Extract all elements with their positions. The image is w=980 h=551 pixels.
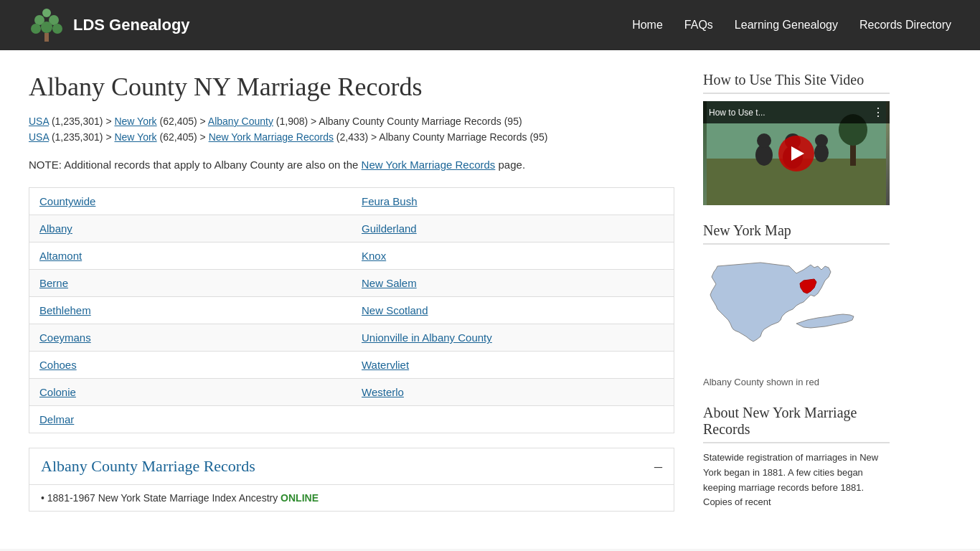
section-toggle-button[interactable]: –: [654, 457, 662, 476]
section-title: Albany County Marriage Records: [41, 457, 255, 476]
svg-point-3: [31, 24, 41, 34]
svg-marker-18: [710, 263, 831, 342]
sub-list-text: • 1881-1967 New York State Marriage Inde…: [41, 492, 281, 504]
link-feura-bush[interactable]: Feura Bush: [362, 195, 418, 207]
records-table: Countywide Feura Bush Albany Guilderland…: [29, 187, 674, 433]
breadcrumb-newyork-1[interactable]: New York: [114, 116, 156, 127]
table-row: Cohoes Watervliet: [29, 352, 674, 379]
sidebar-about-section: About New York Marriage Records Statewid…: [703, 405, 890, 510]
link-bethlehem[interactable]: Bethlehem: [39, 304, 91, 316]
nav-learning-genealogy[interactable]: Learning Genealogy: [735, 19, 838, 32]
link-colonie[interactable]: Colonie: [39, 386, 76, 398]
site-header: LDS Genealogy Home FAQs Learning Genealo…: [0, 0, 980, 50]
table-row: Countywide Feura Bush: [29, 188, 674, 215]
table-row: Colonie Westerlo: [29, 379, 674, 406]
sub-content: • 1881-1967 New York State Marriage Inde…: [29, 485, 674, 512]
sidebar-map-section: New York Map Albany County shown in red: [703, 222, 890, 387]
link-coeymans[interactable]: Coeymans: [39, 331, 91, 344]
sidebar-video-title: How to Use This Site Video: [703, 72, 890, 94]
sidebar-video-section: How to Use This Site Video: [703, 72, 890, 205]
sidebar-about-text: Statewide registration of marriages in N…: [703, 451, 890, 510]
link-guilderland[interactable]: Guilderland: [362, 222, 417, 235]
breadcrumb: USA (1,235,301) > New York (62,405) > Al…: [29, 113, 674, 146]
sidebar-map-title: New York Map: [703, 222, 890, 245]
video-title-text: How to Use t...: [709, 108, 765, 118]
svg-marker-19: [796, 314, 854, 328]
link-unionville[interactable]: Unionville in Albany County: [362, 331, 492, 344]
table-row: Delmar: [29, 406, 674, 433]
online-badge: ONLINE: [281, 492, 319, 504]
logo-text: LDS Genealogy: [73, 16, 190, 34]
link-watervliet[interactable]: Watervliet: [362, 359, 409, 371]
play-icon: [791, 146, 804, 161]
breadcrumb-newyork-2[interactable]: New York: [114, 131, 156, 143]
nav-faqs[interactable]: FAQs: [684, 19, 713, 32]
table-row: Albany Guilderland: [29, 215, 674, 242]
main-nav: Home FAQs Learning Genealogy Records Dir…: [632, 19, 951, 32]
link-countywide[interactable]: Countywide: [39, 195, 95, 207]
section-header: Albany County Marriage Records –: [29, 448, 674, 485]
svg-point-11: [757, 133, 771, 148]
map-container: [703, 252, 890, 369]
sidebar-about-title: About New York Marriage Records: [703, 405, 890, 443]
content-area: Albany County NY Marriage Records USA (1…: [0, 50, 980, 549]
ny-state-map: [703, 252, 868, 367]
svg-point-4: [41, 22, 52, 33]
video-thumbnail[interactable]: How to Use t... ⋮: [703, 101, 890, 205]
link-albany[interactable]: Albany: [39, 222, 72, 235]
link-delmar[interactable]: Delmar: [39, 413, 74, 425]
breadcrumb-usa-2[interactable]: USA: [29, 131, 49, 143]
breadcrumb-ny-marriage[interactable]: New York Marriage Records: [209, 131, 334, 143]
play-button[interactable]: [778, 136, 814, 171]
video-overlay-bar: How to Use t... ⋮: [703, 101, 890, 123]
svg-point-0: [42, 9, 51, 17]
link-westerlo[interactable]: Westerlo: [362, 386, 404, 398]
video-options-icon[interactable]: ⋮: [872, 105, 884, 119]
ny-marriage-link[interactable]: New York Marriage Records: [362, 159, 496, 171]
breadcrumb-usa-1[interactable]: USA: [29, 116, 49, 127]
map-caption: Albany County shown in red: [703, 377, 890, 387]
nav-home[interactable]: Home: [632, 19, 663, 32]
logo-icon: [29, 7, 65, 43]
link-new-salem[interactable]: New Salem: [362, 277, 417, 289]
link-cohoes[interactable]: Cohoes: [39, 359, 77, 371]
link-knox[interactable]: Knox: [362, 250, 386, 262]
table-row: Bethlehem New Scotland: [29, 297, 674, 324]
link-berne[interactable]: Berne: [39, 277, 68, 289]
sidebar: How to Use This Site Video: [703, 72, 890, 527]
logo-area[interactable]: LDS Genealogy: [29, 7, 190, 43]
note-text: NOTE: Additional records that apply to A…: [29, 157, 674, 174]
svg-point-5: [52, 24, 62, 34]
svg-point-15: [815, 134, 828, 147]
breadcrumb-albanycounty-1[interactable]: Albany County: [208, 116, 273, 127]
link-altamont[interactable]: Altamont: [39, 250, 82, 262]
main-content: Albany County NY Marriage Records USA (1…: [29, 72, 703, 527]
table-row: Coeymans Unionville in Albany County: [29, 324, 674, 352]
table-row: Altamont Knox: [29, 242, 674, 270]
svg-rect-6: [44, 33, 49, 42]
link-new-scotland[interactable]: New Scotland: [362, 304, 428, 316]
nav-records-directory[interactable]: Records Directory: [859, 19, 951, 32]
table-row: Berne New Salem: [29, 270, 674, 297]
page-title: Albany County NY Marriage Records: [29, 72, 674, 102]
